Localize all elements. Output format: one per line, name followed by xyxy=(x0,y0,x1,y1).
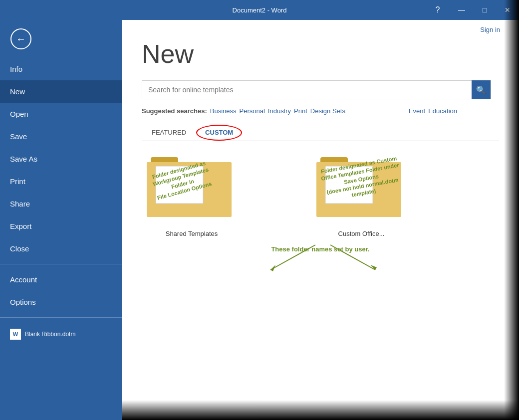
suggested-label: Suggested searches: xyxy=(142,107,207,115)
suggested-searches: Suggested searches: Business Personal In… xyxy=(142,107,499,115)
arrow-annotation-svg: These folder names set by user. xyxy=(221,242,420,277)
word-doc-icon: W xyxy=(10,329,21,340)
sign-in-button[interactable]: Sign in xyxy=(476,24,504,35)
svg-marker-7 xyxy=(270,265,275,271)
sidebar-item-save-as[interactable]: Save As xyxy=(0,148,122,170)
app-container: ← Info New Open Save Save As Print Share… xyxy=(0,20,519,420)
sidebar-item-export[interactable]: Export xyxy=(0,215,122,237)
suggested-education[interactable]: Education xyxy=(428,107,457,115)
suggested-event[interactable]: Event xyxy=(409,107,425,115)
folder-shared-name: Shared Templates xyxy=(166,230,218,237)
window-title: Document2 - Word xyxy=(233,6,287,14)
sidebar-item-print[interactable]: Print xyxy=(0,170,122,193)
templates-area: Folder designated as Workgroup Templates… xyxy=(142,156,499,237)
back-circle-icon: ← xyxy=(10,28,31,49)
folder-shared-templates[interactable]: Folder designated as Workgroup Templates… xyxy=(142,156,242,237)
svg-text:These folder names set by user: These folder names set by user. xyxy=(271,245,369,253)
main-content: Sign in New 🔍 Suggested searches: Busine… xyxy=(122,20,519,420)
tab-custom[interactable]: CUSTOM xyxy=(196,125,242,141)
suggested-personal[interactable]: Personal xyxy=(240,107,265,115)
folder-custom-icon: Folder designated as Custom Office Templ… xyxy=(316,156,406,226)
suggested-design-sets[interactable]: Design Sets xyxy=(310,107,345,115)
close-button[interactable]: ✕ xyxy=(496,0,519,20)
title-bar: Document2 - Word ? — □ ✕ xyxy=(0,0,519,20)
folder-shared-icon: Folder designated as Workgroup Templates… xyxy=(147,156,237,226)
arrow-annotation-container: These folder names set by user. xyxy=(142,242,499,277)
sidebar-item-save[interactable]: Save xyxy=(0,125,122,148)
sidebar-item-new[interactable]: New xyxy=(0,80,122,103)
minimize-button[interactable]: — xyxy=(450,0,473,20)
help-button[interactable]: ? xyxy=(426,0,449,20)
pinned-doc-item[interactable]: W Blank Ribbon.dotm xyxy=(0,322,122,347)
page-title: New xyxy=(142,40,499,68)
sidebar-item-share[interactable]: Share xyxy=(0,193,122,215)
sidebar-item-options[interactable]: Options xyxy=(0,291,122,313)
window-controls: — □ ✕ xyxy=(450,0,519,20)
tab-row: FEATURED CUSTOM xyxy=(142,125,499,141)
folder-custom-office[interactable]: Folder designated as Custom Office Templ… xyxy=(311,156,411,237)
sidebar: ← Info New Open Save Save As Print Share… xyxy=(0,20,122,420)
maximize-button[interactable]: □ xyxy=(473,0,496,20)
search-icon: 🔍 xyxy=(476,85,486,95)
nav-divider-1 xyxy=(0,264,122,264)
search-bar: 🔍 xyxy=(142,80,491,99)
folder-custom-name: Custom Office... xyxy=(338,230,385,237)
sidebar-item-close[interactable]: Close xyxy=(0,237,122,260)
pinned-doc-label: Blank Ribbon.dotm xyxy=(25,331,75,338)
suggested-industry[interactable]: Industry xyxy=(268,107,291,115)
nav-divider-2 xyxy=(0,317,122,318)
tab-featured[interactable]: FEATURED xyxy=(142,125,196,141)
suggested-business[interactable]: Business xyxy=(210,107,237,115)
back-button[interactable]: ← xyxy=(6,24,36,54)
search-button[interactable]: 🔍 xyxy=(472,80,491,99)
search-input[interactable] xyxy=(142,81,472,99)
suggested-print[interactable]: Print xyxy=(294,107,307,115)
sidebar-item-open[interactable]: Open xyxy=(0,103,122,125)
sidebar-item-account[interactable]: Account xyxy=(0,268,122,291)
sidebar-item-info[interactable]: Info xyxy=(0,58,122,80)
